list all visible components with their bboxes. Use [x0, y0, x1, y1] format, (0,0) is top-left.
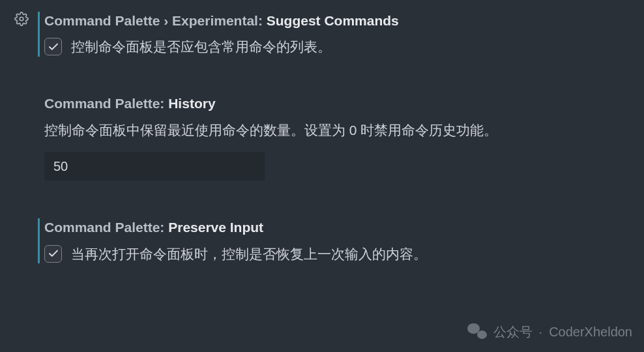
- check-icon: [48, 248, 59, 259]
- setting-name: Preserve Input: [168, 220, 263, 235]
- setting-description: 控制命令面板中保留最近使用命令的数量。设置为 0 时禁用命令历史功能。: [44, 120, 644, 141]
- setting-name: Suggest Commands: [267, 13, 399, 28]
- gear-icon[interactable]: [14, 12, 29, 29]
- setting-preserve-input: Command Palette: Preserve Input 当再次打开命令面…: [7, 218, 644, 263]
- setting-title: Command Palette: History: [44, 95, 644, 112]
- setting-description: 控制命令面板是否应包含常用命令的列表。: [71, 37, 331, 56]
- watermark: 公众号 · CoderXheldon: [467, 322, 632, 342]
- setting-history: Command Palette: History 控制命令面板中保留最近使用命令…: [7, 95, 644, 181]
- setting-category: Command Palette:: [44, 220, 168, 235]
- preserve-input-checkbox[interactable]: [44, 245, 62, 263]
- modified-indicator: [38, 218, 40, 263]
- setting-category: Command Palette:: [44, 96, 168, 111]
- watermark-sep: ·: [539, 325, 543, 340]
- setting-name: History: [168, 96, 215, 111]
- suggest-commands-checkbox[interactable]: [44, 38, 62, 55]
- history-value: 50: [53, 159, 68, 174]
- setting-description: 当再次打开命令面板时，控制是否恢复上一次输入的内容。: [71, 244, 427, 263]
- wechat-icon: [467, 322, 487, 342]
- setting-category: Command Palette › Experimental:: [44, 13, 267, 28]
- history-input[interactable]: 50: [44, 152, 265, 181]
- check-icon: [48, 41, 59, 53]
- setting-title: Command Palette: Preserve Input: [44, 218, 644, 236]
- setting-title: Command Palette › Experimental: Suggest …: [44, 12, 644, 29]
- modified-indicator: [38, 12, 40, 57]
- setting-suggest-commands: Command Palette › Experimental: Suggest …: [7, 12, 644, 57]
- svg-point-0: [20, 17, 23, 21]
- watermark-label: 公众号: [493, 323, 533, 341]
- watermark-name: CoderXheldon: [549, 325, 632, 340]
